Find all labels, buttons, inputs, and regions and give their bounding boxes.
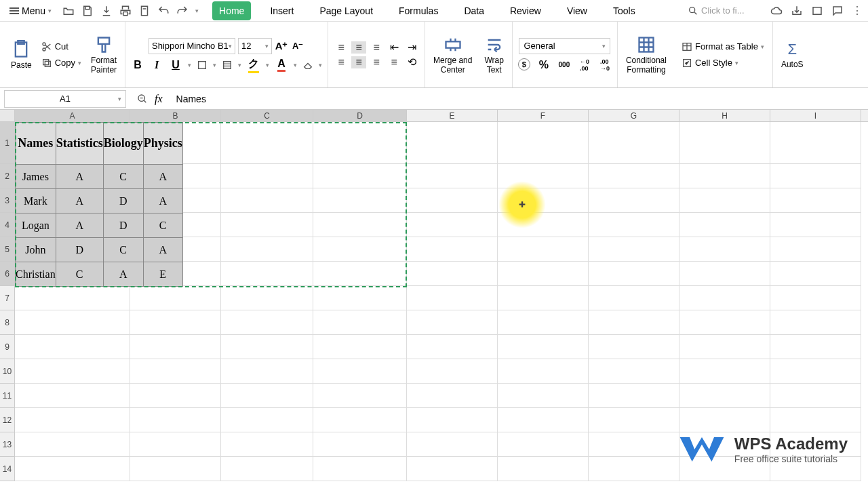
align-right-icon[interactable]: ≡: [369, 56, 384, 68]
paste-button[interactable]: Paste: [8, 37, 35, 73]
tab-data[interactable]: Data: [457, 1, 491, 20]
table-cell[interactable]: C: [103, 238, 143, 262]
zoom-out-icon[interactable]: [137, 94, 148, 104]
table-cell[interactable]: E: [143, 262, 182, 287]
increase-indent-icon[interactable]: ⇥: [404, 41, 419, 54]
copy-button[interactable]: Copy ▾: [39, 56, 84, 70]
fill-pattern-icon[interactable]: [222, 60, 233, 70]
row-header[interactable]: 2: [0, 164, 15, 188]
currency-icon[interactable]: $: [518, 58, 530, 70]
comment-icon[interactable]: [831, 5, 844, 17]
chevron-down-icon[interactable]: ▾: [294, 62, 297, 68]
row-header[interactable]: 5: [0, 237, 15, 262]
bold-button[interactable]: B: [131, 58, 144, 72]
table-cell[interactable]: D: [103, 189, 143, 214]
cloud-icon[interactable]: [770, 5, 783, 17]
align-middle-icon[interactable]: ≡: [351, 41, 366, 54]
column-header[interactable]: I: [770, 110, 861, 121]
row-header[interactable]: 4: [0, 213, 15, 237]
share-icon[interactable]: [791, 5, 803, 17]
open-icon[interactable]: [62, 5, 75, 17]
table-cell[interactable]: A: [56, 165, 103, 189]
border-icon[interactable]: [197, 60, 208, 70]
table-header-cell[interactable]: Names: [16, 123, 56, 165]
undo-icon[interactable]: [157, 5, 170, 17]
fill-color-button[interactable]: ク: [247, 58, 260, 72]
eraser-icon[interactable]: [302, 60, 313, 70]
wrap-text-button[interactable]: Wrap Text: [481, 33, 506, 77]
menu-button[interactable]: Menu ▾: [5, 3, 56, 19]
align-top-icon[interactable]: ≡: [334, 41, 349, 54]
merge-center-button[interactable]: Merge and Center: [431, 33, 475, 77]
chevron-down-icon[interactable]: ▾: [213, 62, 216, 68]
tab-view[interactable]: View: [560, 1, 594, 20]
table-cell[interactable]: D: [56, 238, 103, 262]
table-cell[interactable]: A: [143, 238, 182, 262]
save-icon[interactable]: [81, 5, 94, 17]
column-header[interactable]: H: [679, 110, 770, 121]
decrease-decimal-icon[interactable]: .00→0: [598, 58, 612, 72]
tab-insert[interactable]: Insert: [263, 1, 300, 20]
decrease-font-icon[interactable]: A⁻: [291, 39, 304, 53]
tab-review[interactable]: Review: [503, 1, 548, 20]
row-header[interactable]: 6: [0, 262, 15, 286]
increase-decimal-icon[interactable]: ←0.00: [578, 58, 591, 72]
row-header[interactable]: 8: [0, 310, 15, 335]
export-icon[interactable]: [100, 5, 113, 17]
number-format-dropdown[interactable]: General▾: [519, 38, 610, 54]
table-cell[interactable]: A: [56, 189, 103, 214]
table-cell[interactable]: A: [56, 214, 103, 238]
table-cell[interactable]: Christian: [16, 262, 56, 287]
underline-button[interactable]: U: [169, 58, 182, 72]
font-name-dropdown[interactable]: Shippori Mincho B1▾: [149, 38, 235, 54]
table-cell[interactable]: C: [143, 214, 182, 238]
comma-icon[interactable]: 000: [557, 58, 571, 72]
conditional-formatting-button[interactable]: Conditional Formatting: [623, 33, 669, 77]
italic-button[interactable]: I: [150, 58, 163, 72]
chevron-down-icon[interactable]: ▾: [238, 62, 241, 68]
print-icon[interactable]: [119, 5, 132, 17]
row-header[interactable]: 9: [0, 335, 15, 359]
font-color-button[interactable]: A: [275, 58, 288, 72]
tab-formulas[interactable]: Formulas: [392, 1, 445, 20]
percent-icon[interactable]: %: [537, 58, 551, 72]
chevron-down-icon[interactable]: ▾: [266, 62, 269, 68]
format-painter-button[interactable]: Format Painter: [88, 33, 119, 77]
row-header[interactable]: 13: [0, 432, 15, 457]
name-box[interactable]: A1 ▾: [4, 90, 126, 108]
orientation-icon[interactable]: ⟲: [404, 56, 419, 68]
search-box[interactable]: Click to fi...: [688, 5, 762, 16]
increase-font-icon[interactable]: A⁺: [275, 39, 288, 53]
column-header[interactable]: E: [407, 110, 498, 121]
row-header[interactable]: 14: [0, 457, 15, 481]
row-header[interactable]: 7: [0, 286, 15, 310]
align-justify-icon[interactable]: ≡: [387, 56, 401, 68]
table-cell[interactable]: James: [16, 165, 56, 189]
more-icon[interactable]: ⋮: [852, 4, 863, 17]
row-header[interactable]: 10: [0, 359, 15, 384]
column-header[interactable]: B: [130, 110, 221, 121]
table-cell[interactable]: Logan: [16, 214, 56, 238]
table-cell[interactable]: A: [143, 165, 182, 189]
table-header-cell[interactable]: Statistics: [56, 123, 103, 165]
row-header[interactable]: 3: [0, 188, 15, 213]
tab-page-layout[interactable]: Page Layout: [313, 1, 380, 20]
tab-home[interactable]: Home: [212, 1, 251, 20]
row-header[interactable]: 11: [0, 384, 15, 408]
align-center-icon[interactable]: ≡: [351, 56, 366, 68]
cut-button[interactable]: Cut: [39, 40, 84, 54]
table-header-cell[interactable]: Physics: [143, 123, 182, 165]
cell-style-button[interactable]: Cell Style ▾: [679, 56, 767, 70]
row-header[interactable]: 12: [0, 408, 15, 432]
redo-icon[interactable]: [176, 5, 189, 17]
table-cell[interactable]: C: [56, 262, 103, 287]
format-as-table-button[interactable]: Format as Table ▾: [679, 40, 767, 54]
window-icon[interactable]: [811, 5, 823, 17]
table-header-cell[interactable]: Biology: [103, 123, 143, 165]
chevron-down-icon[interactable]: ▾: [319, 62, 322, 68]
table-cell[interactable]: A: [143, 189, 182, 214]
autosum-button[interactable]: Σ AutoS: [778, 38, 806, 72]
column-header[interactable]: C: [221, 110, 313, 121]
table-cell[interactable]: D: [103, 214, 143, 238]
table-cell[interactable]: C: [103, 165, 143, 189]
